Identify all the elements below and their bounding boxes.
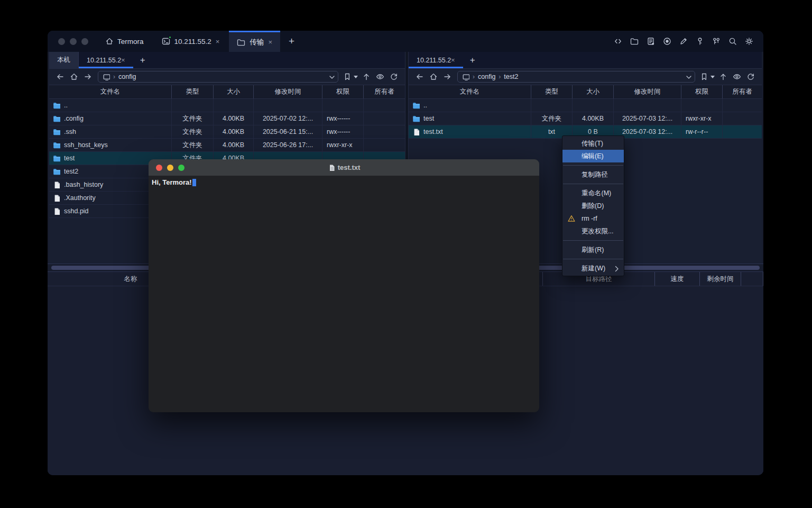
tab-local-label: 本机 [57, 56, 70, 65]
column-header-name[interactable]: 文件名 [49, 85, 172, 98]
menu-separator [563, 240, 623, 241]
close-tab-icon[interactable]: × [268, 39, 272, 46]
breadcrumb-segment[interactable]: test2 [504, 73, 518, 80]
table-row[interactable]: .ssh 文件夹 4.00KB 2025-06-21 15:... rwx---… [49, 125, 405, 139]
caret-down-icon[interactable] [710, 76, 715, 78]
right-file-list: .. test 文件夹 4.00KB 2025-07-03 12:... rwx… [409, 99, 762, 139]
editor-content[interactable]: Hi, Termora! [149, 176, 539, 186]
column-header-name[interactable]: 文件名 [409, 85, 531, 98]
column-header-mtime[interactable]: 修改时间 [614, 85, 681, 98]
left-path-breadcrumb[interactable]: › config [98, 71, 338, 83]
bookmark-icon [343, 72, 352, 81]
log-icon[interactable] [647, 37, 656, 46]
column-header-perm[interactable]: 权限 [681, 85, 723, 98]
home-button[interactable] [68, 70, 80, 83]
menu-item-rename[interactable]: 重命名(M) [562, 187, 624, 199]
document-icon [328, 164, 335, 171]
tab-transfer-selected[interactable]: 传输 × [229, 31, 280, 52]
keychain-icon[interactable] [712, 37, 721, 46]
editor-title-group: test.txt [149, 164, 539, 171]
main-titlebar: Termora 10.211.55.2 × 传输 × + [48, 31, 763, 52]
refresh-icon [390, 72, 398, 81]
folder-icon [412, 102, 420, 109]
column-header-type[interactable]: 类型 [531, 85, 573, 98]
show-hidden-button[interactable] [731, 70, 743, 83]
menu-item-chmod[interactable]: 更改权限... [562, 225, 624, 238]
menu-item-edit-highlighted[interactable]: 编辑(E) [562, 150, 624, 162]
add-pane-tab-button[interactable]: + [133, 52, 152, 68]
menu-item-copy-path[interactable]: 复制路径 [562, 168, 624, 181]
caret-down-icon[interactable] [354, 76, 358, 78]
table-row[interactable]: ssh_host_keys 文件夹 4.00KB 2025-06-26 17:.… [49, 139, 405, 152]
menu-item-delete[interactable]: 删除(D) [562, 199, 624, 212]
column-header-remaining[interactable]: 剩余时间 [700, 272, 741, 286]
bookmark-button[interactable] [700, 72, 715, 81]
forward-button[interactable] [441, 70, 454, 83]
terminal-icon [162, 37, 170, 46]
breadcrumb-segment[interactable]: config [478, 73, 495, 80]
pencil-icon[interactable] [679, 37, 688, 46]
record-icon[interactable] [663, 37, 672, 46]
menu-item-new[interactable]: 新建(W) [562, 262, 624, 275]
maximize-window-button[interactable] [81, 38, 88, 45]
refresh-button[interactable] [387, 70, 400, 83]
table-row[interactable]: .. [49, 99, 405, 112]
tab-remote-label: 10.211.55.2 [417, 57, 451, 64]
new-tab-button[interactable]: + [289, 35, 294, 47]
gear-icon[interactable] [745, 37, 754, 46]
close-tab-icon[interactable]: × [216, 38, 220, 45]
column-header-speed[interactable]: 速度 [655, 272, 700, 286]
show-hidden-button[interactable] [374, 70, 386, 83]
path-dropdown-button[interactable] [682, 71, 695, 82]
key-icon[interactable] [696, 37, 705, 46]
tab-local[interactable]: 本机 [49, 52, 79, 68]
upload-button[interactable] [717, 70, 730, 83]
close-window-button[interactable] [58, 38, 65, 45]
bookmark-button[interactable] [343, 72, 358, 81]
tab-remote-left[interactable]: 10.211.55.2 × [79, 52, 133, 68]
search-icon[interactable] [728, 37, 737, 46]
forward-button[interactable] [81, 70, 94, 83]
menu-item-rm-rf[interactable]: rm -rf [562, 212, 624, 225]
arrow-left-icon [416, 72, 424, 81]
folder-icon[interactable] [630, 37, 639, 46]
close-tab-icon[interactable]: × [121, 57, 125, 64]
back-button[interactable] [54, 70, 67, 83]
home-button[interactable] [427, 70, 440, 83]
add-pane-tab-button[interactable]: + [463, 52, 482, 68]
code-icon[interactable] [614, 37, 623, 46]
editor-titlebar[interactable]: test.txt [149, 159, 539, 176]
app-home-tab[interactable]: Termora [105, 37, 144, 46]
eye-icon [733, 72, 741, 81]
table-row[interactable]: test 文件夹 4.00KB 2025-07-03 12:... rwxr-x… [409, 112, 762, 125]
column-header-size[interactable]: 大小 [573, 85, 614, 98]
editor-window-controls [156, 165, 184, 171]
table-row[interactable]: .config 文件夹 4.00KB 2025-07-02 12:... rwx… [49, 112, 405, 125]
minimize-window-button[interactable] [70, 38, 77, 45]
column-header-type[interactable]: 类型 [172, 85, 214, 98]
column-header-perm[interactable]: 权限 [322, 85, 364, 98]
table-row[interactable]: .. [409, 99, 762, 112]
warning-icon [567, 214, 576, 223]
breadcrumb-segment[interactable]: config [118, 73, 136, 80]
column-header-mtime[interactable]: 修改时间 [254, 85, 322, 98]
right-path-breadcrumb[interactable]: › config › test2 [457, 71, 695, 83]
left-pane-tabbar: 本机 10.211.55.2 × + [49, 52, 405, 69]
maximize-window-button[interactable] [178, 165, 184, 171]
refresh-button[interactable] [744, 70, 757, 83]
column-header-owner[interactable]: 所有者 [723, 85, 762, 98]
path-dropdown-button[interactable] [325, 71, 338, 82]
menu-item-refresh[interactable]: 刷新(R) [562, 243, 624, 256]
upload-button[interactable] [360, 70, 373, 83]
column-header-size[interactable]: 大小 [214, 85, 254, 98]
left-table-header: 文件名 类型 大小 修改时间 权限 所有者 [49, 85, 405, 99]
tab-remote-right[interactable]: 10.211.55.2 × [409, 52, 463, 68]
column-header-owner[interactable]: 所有者 [364, 85, 405, 98]
folder-icon [53, 155, 60, 162]
close-tab-icon[interactable]: × [451, 57, 455, 64]
tab-host-session[interactable]: 10.211.55.2 × [158, 31, 224, 52]
menu-item-transfer[interactable]: 传输(T) [562, 137, 624, 150]
close-window-button[interactable] [156, 165, 162, 171]
minimize-window-button[interactable] [167, 165, 173, 171]
back-button[interactable] [413, 70, 426, 83]
